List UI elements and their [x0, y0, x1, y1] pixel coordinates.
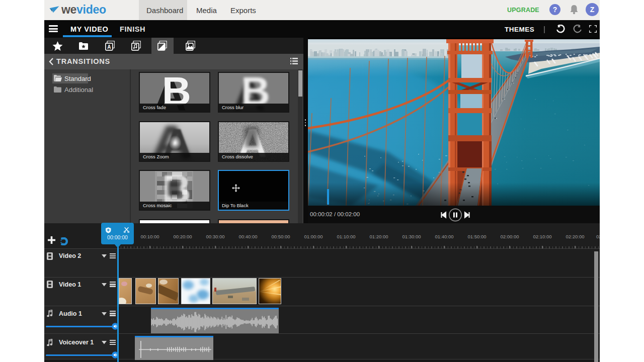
svg-text:A: A: [107, 44, 111, 50]
